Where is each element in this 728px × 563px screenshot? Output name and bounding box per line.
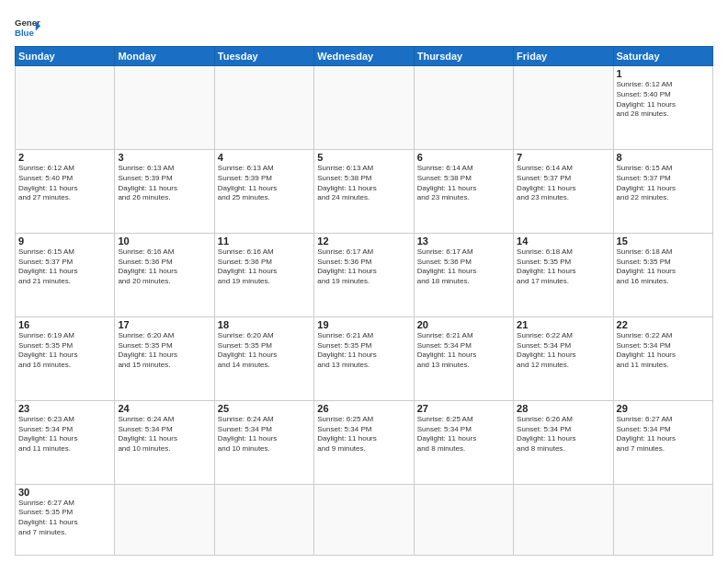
calendar-cell	[115, 66, 214, 150]
day-info: Sunrise: 6:27 AM Sunset: 5:35 PM Dayligh…	[18, 499, 111, 538]
day-number: 6	[417, 152, 510, 163]
calendar-cell: 27Sunrise: 6:25 AM Sunset: 5:34 PM Dayli…	[414, 400, 513, 484]
day-info: Sunrise: 6:25 AM Sunset: 5:34 PM Dayligh…	[317, 415, 410, 454]
calendar-week-row: 9Sunrise: 6:15 AM Sunset: 5:37 PM Daylig…	[16, 233, 713, 316]
day-number: 30	[18, 487, 111, 498]
calendar-cell: 28Sunrise: 6:26 AM Sunset: 5:34 PM Dayli…	[514, 400, 613, 484]
calendar-cell: 26Sunrise: 6:25 AM Sunset: 5:34 PM Dayli…	[314, 400, 414, 484]
day-info: Sunrise: 6:23 AM Sunset: 5:34 PM Dayligh…	[18, 415, 111, 454]
calendar-cell: 6Sunrise: 6:14 AM Sunset: 5:38 PM Daylig…	[414, 149, 513, 233]
calendar-cell: 29Sunrise: 6:27 AM Sunset: 5:34 PM Dayli…	[613, 400, 712, 484]
day-number: 4	[218, 152, 311, 163]
calendar-cell	[514, 484, 613, 555]
calendar-cell	[214, 66, 313, 150]
calendar-header-row: SundayMondayTuesdayWednesdayThursdayFrid…	[16, 47, 713, 66]
day-number: 13	[417, 236, 510, 247]
day-number: 19	[317, 319, 410, 330]
day-number: 7	[517, 152, 609, 163]
weekday-header-wednesday: Wednesday	[314, 47, 414, 66]
calendar-cell: 23Sunrise: 6:23 AM Sunset: 5:34 PM Dayli…	[16, 400, 115, 484]
day-info: Sunrise: 6:26 AM Sunset: 5:34 PM Dayligh…	[517, 415, 609, 454]
day-info: Sunrise: 6:13 AM Sunset: 5:39 PM Dayligh…	[218, 164, 311, 203]
day-info: Sunrise: 6:19 AM Sunset: 5:35 PM Dayligh…	[18, 331, 111, 371]
calendar-week-row: 30Sunrise: 6:27 AM Sunset: 5:35 PM Dayli…	[16, 484, 713, 555]
page: General Blue SundayMondayTuesdayWednesda…	[0, 0, 728, 563]
day-number: 5	[317, 152, 410, 163]
day-info: Sunrise: 6:12 AM Sunset: 5:40 PM Dayligh…	[617, 80, 710, 120]
day-info: Sunrise: 6:21 AM Sunset: 5:35 PM Dayligh…	[317, 331, 410, 371]
day-info: Sunrise: 6:22 AM Sunset: 5:34 PM Dayligh…	[517, 331, 609, 371]
calendar-week-row: 2Sunrise: 6:12 AM Sunset: 5:40 PM Daylig…	[16, 149, 713, 233]
day-number: 2	[18, 152, 111, 163]
day-info: Sunrise: 6:20 AM Sunset: 5:35 PM Dayligh…	[218, 331, 311, 371]
day-info: Sunrise: 6:18 AM Sunset: 5:35 PM Dayligh…	[517, 247, 609, 287]
day-info: Sunrise: 6:17 AM Sunset: 5:36 PM Dayligh…	[417, 247, 510, 287]
calendar-cell: 18Sunrise: 6:20 AM Sunset: 5:35 PM Dayli…	[214, 316, 313, 400]
calendar-cell: 25Sunrise: 6:24 AM Sunset: 5:34 PM Dayli…	[214, 400, 313, 484]
day-number: 8	[617, 152, 710, 163]
calendar-cell: 22Sunrise: 6:22 AM Sunset: 5:34 PM Dayli…	[613, 316, 712, 400]
calendar-cell: 14Sunrise: 6:18 AM Sunset: 5:35 PM Dayli…	[514, 233, 613, 316]
day-info: Sunrise: 6:16 AM Sunset: 5:36 PM Dayligh…	[218, 247, 311, 287]
day-number: 23	[18, 403, 111, 414]
calendar-cell: 12Sunrise: 6:17 AM Sunset: 5:36 PM Dayli…	[314, 233, 414, 316]
day-info: Sunrise: 6:24 AM Sunset: 5:34 PM Dayligh…	[218, 415, 311, 454]
day-info: Sunrise: 6:27 AM Sunset: 5:34 PM Dayligh…	[617, 415, 710, 454]
calendar-cell	[514, 66, 613, 150]
calendar-week-row: 16Sunrise: 6:19 AM Sunset: 5:35 PM Dayli…	[16, 316, 713, 400]
calendar-cell: 19Sunrise: 6:21 AM Sunset: 5:35 PM Dayli…	[314, 316, 414, 400]
day-number: 29	[617, 403, 710, 414]
day-number: 14	[517, 236, 609, 247]
calendar-cell: 17Sunrise: 6:20 AM Sunset: 5:35 PM Dayli…	[115, 316, 214, 400]
weekday-header-sunday: Sunday	[16, 47, 115, 66]
calendar-cell: 16Sunrise: 6:19 AM Sunset: 5:35 PM Dayli…	[16, 316, 115, 400]
day-number: 10	[118, 236, 210, 247]
day-info: Sunrise: 6:20 AM Sunset: 5:35 PM Dayligh…	[118, 331, 210, 371]
day-number: 9	[18, 236, 111, 247]
calendar-cell: 30Sunrise: 6:27 AM Sunset: 5:35 PM Dayli…	[16, 484, 115, 555]
calendar-cell: 24Sunrise: 6:24 AM Sunset: 5:34 PM Dayli…	[115, 400, 214, 484]
day-info: Sunrise: 6:15 AM Sunset: 5:37 PM Dayligh…	[617, 164, 710, 203]
day-info: Sunrise: 6:17 AM Sunset: 5:36 PM Dayligh…	[317, 247, 410, 287]
day-number: 21	[517, 319, 609, 330]
logo-icon: General Blue	[15, 15, 40, 40]
calendar-cell	[314, 66, 414, 150]
day-number: 18	[218, 319, 311, 330]
calendar-cell: 20Sunrise: 6:21 AM Sunset: 5:34 PM Dayli…	[414, 316, 513, 400]
calendar-cell: 4Sunrise: 6:13 AM Sunset: 5:39 PM Daylig…	[214, 149, 313, 233]
calendar-cell	[214, 484, 313, 555]
day-number: 27	[417, 403, 510, 414]
calendar-cell	[16, 66, 115, 150]
day-info: Sunrise: 6:13 AM Sunset: 5:39 PM Dayligh…	[118, 164, 210, 203]
calendar-week-row: 23Sunrise: 6:23 AM Sunset: 5:34 PM Dayli…	[16, 400, 713, 484]
weekday-header-saturday: Saturday	[613, 47, 712, 66]
logo: General Blue	[15, 15, 40, 40]
weekday-header-thursday: Thursday	[414, 47, 513, 66]
day-number: 28	[517, 403, 609, 414]
day-info: Sunrise: 6:18 AM Sunset: 5:35 PM Dayligh…	[617, 247, 710, 287]
weekday-header-tuesday: Tuesday	[214, 47, 313, 66]
day-number: 20	[417, 319, 510, 330]
calendar-cell	[414, 66, 513, 150]
day-number: 12	[317, 236, 410, 247]
day-info: Sunrise: 6:22 AM Sunset: 5:34 PM Dayligh…	[617, 331, 710, 371]
calendar-cell: 9Sunrise: 6:15 AM Sunset: 5:37 PM Daylig…	[16, 233, 115, 316]
day-info: Sunrise: 6:14 AM Sunset: 5:37 PM Dayligh…	[517, 164, 609, 203]
day-number: 3	[118, 152, 210, 163]
day-number: 1	[617, 68, 710, 79]
day-number: 25	[218, 403, 311, 414]
calendar-cell: 11Sunrise: 6:16 AM Sunset: 5:36 PM Dayli…	[214, 233, 313, 316]
svg-text:Blue: Blue	[15, 28, 34, 38]
calendar-cell: 21Sunrise: 6:22 AM Sunset: 5:34 PM Dayli…	[514, 316, 613, 400]
day-info: Sunrise: 6:13 AM Sunset: 5:38 PM Dayligh…	[317, 164, 410, 203]
calendar-cell: 10Sunrise: 6:16 AM Sunset: 5:36 PM Dayli…	[115, 233, 214, 316]
calendar-cell: 7Sunrise: 6:14 AM Sunset: 5:37 PM Daylig…	[514, 149, 613, 233]
day-info: Sunrise: 6:15 AM Sunset: 5:37 PM Dayligh…	[18, 247, 111, 287]
day-number: 24	[118, 403, 210, 414]
calendar-cell: 1Sunrise: 6:12 AM Sunset: 5:40 PM Daylig…	[613, 66, 712, 150]
day-info: Sunrise: 6:16 AM Sunset: 5:36 PM Dayligh…	[118, 247, 210, 287]
day-info: Sunrise: 6:21 AM Sunset: 5:34 PM Dayligh…	[417, 331, 510, 371]
day-number: 22	[617, 319, 710, 330]
calendar-week-row: 1Sunrise: 6:12 AM Sunset: 5:40 PM Daylig…	[16, 66, 713, 150]
calendar-cell	[314, 484, 414, 555]
